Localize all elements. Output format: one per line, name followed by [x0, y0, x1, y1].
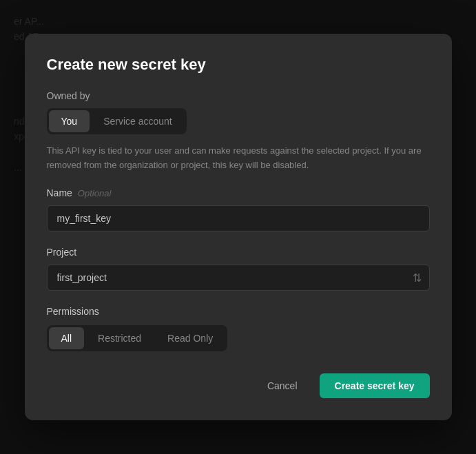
- owned-by-service-account-button[interactable]: Service account: [91, 110, 185, 132]
- permissions-restricted-button[interactable]: Restricted: [85, 327, 154, 349]
- project-label: Project: [47, 247, 430, 258]
- project-select-wrapper: first_project ⇅: [47, 265, 430, 291]
- modal-backdrop: Create new secret key Owned by You Servi…: [0, 0, 476, 454]
- name-label-row: Name Optional: [47, 187, 430, 198]
- project-select[interactable]: first_project: [47, 265, 430, 291]
- permissions-read-only-button[interactable]: Read Only: [155, 327, 225, 349]
- modal-footer: Cancel Create secret key: [47, 373, 430, 398]
- permissions-all-button[interactable]: All: [49, 327, 85, 349]
- create-secret-key-modal: Create new secret key Owned by You Servi…: [25, 34, 452, 420]
- permissions-toggle-group: All Restricted Read Only: [47, 325, 228, 351]
- cancel-button[interactable]: Cancel: [253, 373, 311, 398]
- permissions-label: Permissions: [47, 306, 430, 317]
- name-label: Name: [47, 187, 72, 198]
- owned-by-label: Owned by: [47, 90, 430, 101]
- name-optional-label: Optional: [78, 188, 111, 198]
- modal-title: Create new secret key: [47, 56, 430, 74]
- name-input[interactable]: [47, 205, 430, 231]
- owned-by-you-button[interactable]: You: [49, 110, 90, 132]
- create-secret-key-button[interactable]: Create secret key: [320, 373, 430, 398]
- owned-by-info-text: This API key is tied to your user and ca…: [47, 144, 430, 172]
- owned-by-toggle-group: You Service account: [47, 108, 187, 134]
